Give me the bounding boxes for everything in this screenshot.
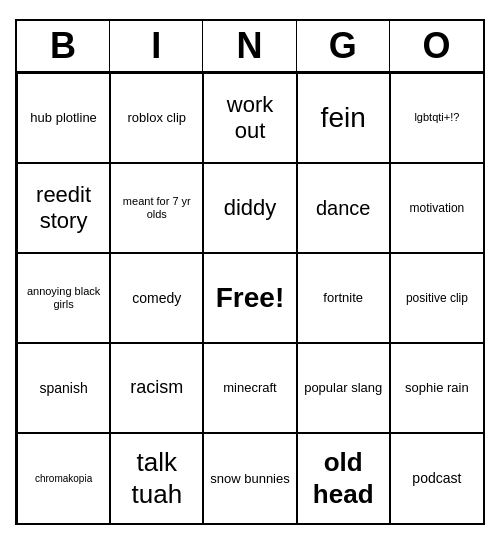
- cell-24[interactable]: podcast: [390, 433, 483, 523]
- cell-4[interactable]: lgbtqti+!?: [390, 73, 483, 163]
- bingo-card: B I N G O hub plotline roblox clip work …: [15, 19, 485, 525]
- cell-14[interactable]: positive clip: [390, 253, 483, 343]
- cell-3[interactable]: fein: [297, 73, 390, 163]
- header-o: O: [390, 21, 483, 71]
- cell-2[interactable]: work out: [203, 73, 296, 163]
- cell-18[interactable]: popular slang: [297, 343, 390, 433]
- cell-21[interactable]: talk tuah: [110, 433, 203, 523]
- cell-20[interactable]: chromakopia: [17, 433, 110, 523]
- cell-0[interactable]: hub plotline: [17, 73, 110, 163]
- cell-19[interactable]: sophie rain: [390, 343, 483, 433]
- cell-10[interactable]: annoying black girls: [17, 253, 110, 343]
- bingo-grid: hub plotline roblox clip work out fein l…: [17, 73, 483, 523]
- cell-17[interactable]: minecraft: [203, 343, 296, 433]
- header-g: G: [297, 21, 390, 71]
- cell-5[interactable]: reedit story: [17, 163, 110, 253]
- cell-7[interactable]: diddy: [203, 163, 296, 253]
- cell-9[interactable]: motivation: [390, 163, 483, 253]
- bingo-header: B I N G O: [17, 21, 483, 73]
- cell-16[interactable]: racism: [110, 343, 203, 433]
- cell-11[interactable]: comedy: [110, 253, 203, 343]
- cell-13[interactable]: fortnite: [297, 253, 390, 343]
- cell-1[interactable]: roblox clip: [110, 73, 203, 163]
- cell-8[interactable]: dance: [297, 163, 390, 253]
- cell-15[interactable]: spanish: [17, 343, 110, 433]
- cell-22[interactable]: snow bunnies: [203, 433, 296, 523]
- header-i: I: [110, 21, 203, 71]
- cell-12[interactable]: Free!: [203, 253, 296, 343]
- header-n: N: [203, 21, 296, 71]
- cell-23[interactable]: old head: [297, 433, 390, 523]
- header-b: B: [17, 21, 110, 71]
- cell-6[interactable]: meant for 7 yr olds: [110, 163, 203, 253]
